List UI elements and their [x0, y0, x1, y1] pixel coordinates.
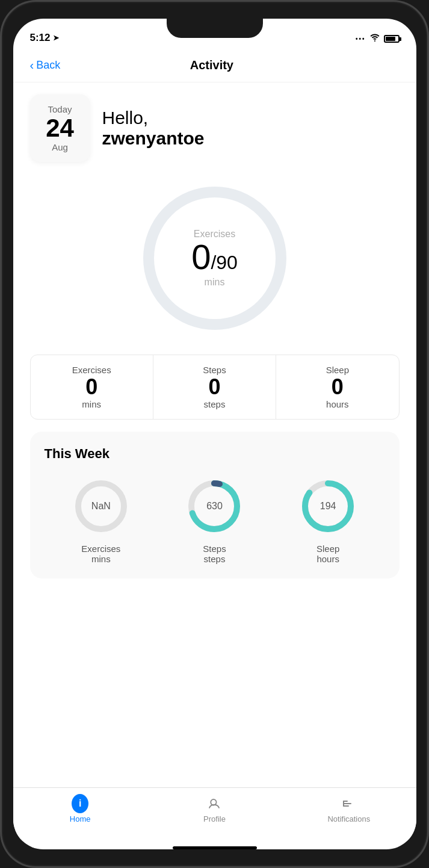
week-chart-steps-label: Steps steps: [203, 544, 226, 564]
location-arrow-icon: ➤: [53, 34, 59, 42]
wifi-icon: [369, 34, 380, 44]
mini-circle-sleep: 194: [298, 476, 358, 536]
stats-row: Exercises 0 mins Steps 0 steps Sleep 0 h…: [30, 355, 400, 420]
today-label: Today: [42, 104, 78, 114]
time-display: 5:12: [30, 32, 51, 44]
mini-circle-exercises: NaN: [71, 476, 131, 536]
home-icon-circle: i: [72, 794, 88, 813]
mini-circle-steps-value: 630: [206, 501, 223, 512]
back-label: Back: [36, 59, 60, 72]
home-icon: i: [72, 795, 88, 812]
date-month: Aug: [42, 142, 78, 152]
battery-fill: [386, 37, 395, 41]
phone-frame: 5:12 ➤ •••: [0, 0, 429, 868]
mini-circle-sleep-value: 194: [320, 501, 336, 512]
tab-notifications-label: Notifications: [327, 814, 370, 823]
signal-dots-icon: •••: [356, 36, 366, 42]
stat-exercises: Exercises 0 mins: [31, 355, 153, 419]
week-chart-steps: 630 Steps steps: [184, 476, 244, 564]
week-chart-sleep-label: Sleep hours: [316, 544, 339, 564]
battery-icon: [384, 35, 400, 43]
week-chart-exercises-label: Exercises mins: [81, 544, 120, 564]
circle-center: Exercises 0/90 mins: [191, 229, 238, 288]
greeting-section: Today 24 Aug Hello, zwenyantoe: [30, 95, 400, 162]
profile-icon: [206, 795, 223, 812]
notifications-icon: [341, 795, 357, 812]
week-chart-sleep: 194 Sleep hours: [298, 476, 358, 564]
exercise-circle-container: Exercises 0/90 mins: [30, 180, 400, 336]
status-time: 5:12 ➤: [30, 32, 59, 44]
nav-bar: ‹ Back Activity: [13, 49, 416, 82]
home-indicator: [173, 846, 257, 849]
greeting-hello: Hello,: [102, 108, 400, 128]
circle-current: 0: [191, 237, 211, 276]
date-day: 24: [42, 114, 78, 142]
greeting-text: Hello, zwenyantoe: [102, 108, 400, 149]
phone-screen: 5:12 ➤ •••: [13, 19, 416, 849]
tab-notifications[interactable]: Notifications: [282, 795, 416, 823]
page-title: Activity: [60, 58, 363, 72]
exercise-circle: Exercises 0/90 mins: [137, 180, 293, 336]
circle-value: 0/90: [191, 237, 238, 276]
circle-goal: /90: [211, 252, 237, 273]
date-card: Today 24 Aug: [30, 95, 90, 162]
main-content: Today 24 Aug Hello, zwenyantoe: [13, 82, 416, 787]
tab-bar: i Home Profile: [13, 787, 416, 842]
greeting-name: zwenyantoe: [102, 128, 400, 149]
mini-circle-steps: 630: [184, 476, 244, 536]
stat-sleep: Sleep 0 hours: [276, 355, 398, 419]
tab-profile[interactable]: Profile: [147, 795, 282, 823]
back-chevron-icon: ‹: [30, 58, 34, 72]
circle-unit: mins: [191, 277, 238, 288]
stat-steps: Steps 0 steps: [153, 355, 276, 419]
tab-home-label: Home: [70, 814, 91, 823]
week-chart-exercises: NaN Exercises mins: [71, 476, 131, 564]
status-right: •••: [356, 34, 400, 44]
notch: [167, 19, 263, 38]
back-button[interactable]: ‹ Back: [30, 58, 61, 72]
mini-circle-exercises-value: NaN: [91, 501, 111, 512]
this-week-card: This Week NaN Exercises: [30, 432, 400, 578]
tab-home[interactable]: i Home: [13, 795, 147, 823]
this-week-title: This Week: [45, 446, 385, 462]
week-charts: NaN Exercises mins: [45, 476, 385, 564]
tab-profile-label: Profile: [203, 814, 226, 823]
